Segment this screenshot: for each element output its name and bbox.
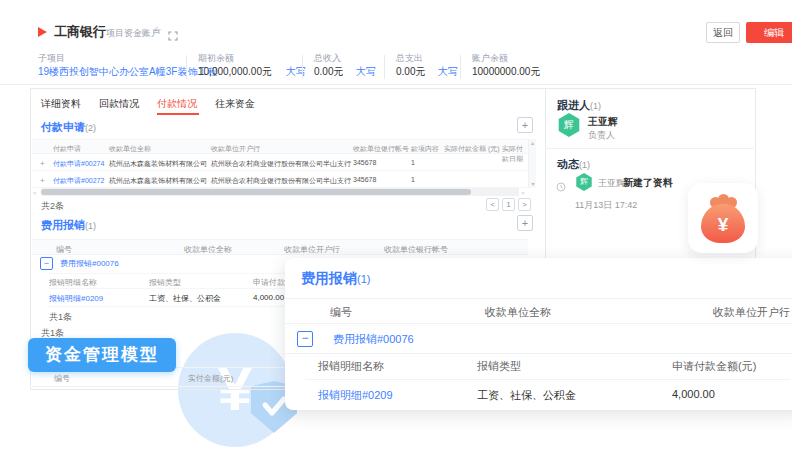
avatar: 辉 bbox=[557, 113, 581, 137]
uppercase-link[interactable]: 大写 bbox=[286, 65, 306, 79]
section-count: (2) bbox=[85, 123, 96, 133]
collapse-row-icon[interactable]: − bbox=[297, 331, 313, 347]
vertical-scrollbar[interactable]: ▴ ▾ bbox=[528, 139, 536, 188]
field-value: 0.00元 bbox=[396, 65, 425, 79]
detail-total-count: 共1条 bbox=[49, 311, 72, 324]
col-header: 款项内容 bbox=[411, 144, 439, 154]
divider bbox=[460, 55, 461, 79]
page: ¥ 工商银行 项目资金账户 ☆ 返回 编辑 子项目 19楼西投创智中心办公室A幢… bbox=[0, 0, 792, 459]
payment-request-link[interactable]: 付款申请#00274 bbox=[53, 159, 104, 169]
col-header: 实付金额(元) bbox=[188, 373, 233, 384]
follower-count: (1) bbox=[590, 101, 601, 111]
divider bbox=[186, 55, 187, 79]
expand-row-icon[interactable]: + bbox=[40, 159, 45, 168]
subproject-link[interactable]: 19楼西投创智中心办公室A幢3F装饰工程 bbox=[38, 65, 217, 79]
add-expense-button[interactable]: + bbox=[517, 215, 533, 231]
col-header: 收款单位开户行 bbox=[713, 305, 790, 320]
scroll-down-icon[interactable]: ▾ bbox=[529, 180, 537, 188]
field-label: 总支出 bbox=[396, 52, 423, 65]
expand-row-icon[interactable]: + bbox=[40, 176, 45, 185]
avatar: 辉 bbox=[575, 173, 593, 191]
favorite-star-icon[interactable]: ☆ bbox=[152, 24, 162, 37]
horizontal-scrollbar[interactable] bbox=[41, 188, 519, 196]
page-prev-button[interactable]: < bbox=[486, 198, 499, 211]
detail-amount: 4,000.00 bbox=[253, 293, 284, 302]
payment-request-link[interactable]: 付款申请#00272 bbox=[53, 176, 104, 186]
active-tab-underline bbox=[157, 113, 199, 115]
uppercase-link[interactable]: 大写 bbox=[356, 65, 376, 79]
add-payment-button[interactable]: + bbox=[517, 117, 533, 133]
scroll-right-icon[interactable]: > bbox=[521, 189, 525, 197]
activity-count: (1) bbox=[579, 160, 590, 170]
cell-bank: 杭州联合农村商业银行股份有限公司半山支行 bbox=[211, 176, 351, 186]
detail-amount: 4,000.00 bbox=[672, 388, 715, 400]
field-value: 10000000.00元 bbox=[472, 65, 540, 79]
uppercase-link[interactable]: 大写 bbox=[438, 65, 458, 79]
overlay-table-header: 编号 收款单位全称 收款单位开户行 bbox=[285, 298, 792, 324]
follower-title: 跟进人(1) bbox=[557, 98, 601, 113]
section-count: (1) bbox=[85, 221, 96, 231]
back-button[interactable]: 返回 bbox=[706, 22, 740, 43]
activity-title-text: 动态 bbox=[557, 158, 579, 170]
cell-company: 杭州品木森鑫装饰材料有限公司 bbox=[109, 176, 207, 186]
follower-title-text: 跟进人 bbox=[557, 99, 590, 111]
col-header: 收款单位开户行 bbox=[284, 244, 340, 255]
section-title-text: 费用报销 bbox=[41, 219, 85, 231]
overlay-count: (1) bbox=[357, 273, 370, 285]
col-header: 报销类型 bbox=[477, 359, 521, 374]
page-next-button[interactable]: > bbox=[518, 198, 531, 211]
col-header: 收款单位开户行 bbox=[211, 144, 260, 154]
expense-link[interactable]: 费用报销#00076 bbox=[60, 258, 119, 269]
feed-action: 新建了资料 bbox=[623, 176, 673, 190]
summary-strip: 子项目 19楼西投创智中心办公室A幢3F装饰工程 期初余额 10,000,000… bbox=[0, 48, 792, 85]
cell-account: 345678 bbox=[353, 176, 376, 183]
overlay-detail-header: 报销明细名称 报销类型 申请付款金额(元) bbox=[305, 354, 790, 380]
table-row: + 付款申请#00272 杭州品木森鑫装饰材料有限公司 杭州联合农村商业银行股份… bbox=[32, 171, 528, 188]
overlay-detail-row: 报销明细#0209 工资、社保、公积金 4,000.00 bbox=[305, 380, 790, 410]
activity-title: 动态(1) bbox=[557, 157, 590, 172]
col-header: 申请付款金额(元) bbox=[672, 359, 756, 374]
page-number[interactable]: 1 bbox=[502, 198, 515, 211]
edit-button[interactable]: 编辑 bbox=[746, 22, 792, 43]
model-badge: 资金管理模型 bbox=[28, 338, 176, 372]
col-header: 报销明细名称 bbox=[318, 359, 384, 374]
tab-payment-active[interactable]: 付款情况 bbox=[157, 97, 197, 111]
detail-type: 工资、社保、公积金 bbox=[149, 293, 221, 304]
col-header: 报销类型 bbox=[149, 277, 181, 288]
detail-type: 工资、社保、公积金 bbox=[477, 388, 576, 403]
field-label: 总收入 bbox=[314, 52, 341, 65]
scrollbar-thumb[interactable] bbox=[41, 189, 471, 195]
cell-company: 杭州品木森鑫装饰材料有限公司 bbox=[109, 159, 207, 169]
money-bag-icon: ¥ bbox=[701, 204, 745, 243]
detail-link[interactable]: 报销明细#0209 bbox=[318, 388, 393, 403]
col-header: 收款单位全称 bbox=[109, 144, 151, 154]
payment-section-title: 付款申请(2) bbox=[41, 120, 96, 135]
expense-link[interactable]: 费用报销#00076 bbox=[333, 332, 414, 347]
cell-bank: 杭州联合农村商业银行股份有限公司半山支行 bbox=[211, 159, 351, 169]
col-header: 收款单位银行帐号 bbox=[384, 244, 448, 255]
overlay-title: 费用报销(1) bbox=[301, 270, 370, 288]
col-header: 报销明细名称 bbox=[49, 277, 97, 288]
detail-link[interactable]: 报销明细#0209 bbox=[49, 293, 103, 304]
brand-arrow-icon bbox=[38, 27, 47, 37]
tab-detail[interactable]: 详细资料 bbox=[41, 97, 81, 111]
section-title-text: 付款申请 bbox=[41, 121, 85, 133]
payment-total-count: 共2条 bbox=[41, 200, 64, 213]
expense-section-title: 费用报销(1) bbox=[41, 218, 96, 233]
scroll-left-icon[interactable]: < bbox=[33, 189, 37, 197]
divider bbox=[302, 55, 303, 79]
follower-name[interactable]: 王亚辉 bbox=[588, 115, 618, 129]
payment-table-header: 付款申请 收款单位全称 收款单位开户行 收款单位银行帐号 款项内容 实际付款金额… bbox=[32, 139, 528, 154]
col-header: 实际付款金额 (元) bbox=[444, 144, 500, 154]
expense-table-header: 编号 收款单位全称 收款单位开户行 收款单位银行帐号 bbox=[32, 239, 528, 255]
divider bbox=[384, 55, 385, 79]
fullscreen-icon[interactable] bbox=[168, 27, 178, 45]
collapse-row-icon[interactable]: − bbox=[40, 257, 53, 270]
expense-zoom-card: 费用报销(1) 编号 收款单位全称 收款单位开户行 − 费用报销#00076 报… bbox=[285, 258, 792, 410]
tab-funds[interactable]: 往来资金 bbox=[215, 97, 255, 111]
scroll-up-icon[interactable]: ▴ bbox=[529, 139, 536, 147]
topbar: 工商银行 项目资金账户 ☆ 返回 编辑 bbox=[0, 18, 792, 48]
cell-content: 1 bbox=[411, 159, 415, 166]
tab-collection[interactable]: 回款情况 bbox=[99, 97, 139, 111]
cell-account: 345678 bbox=[353, 159, 376, 166]
